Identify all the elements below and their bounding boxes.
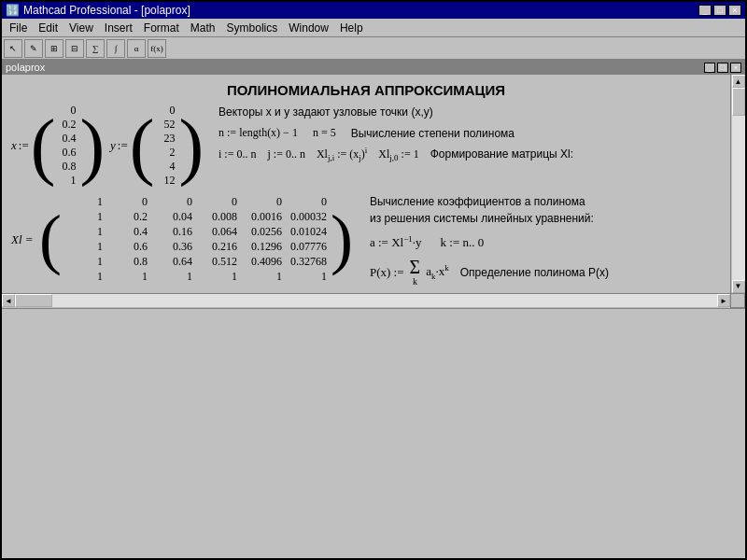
menu-insert[interactable]: Insert [99, 21, 138, 35]
inner-minimize[interactable]: _ [704, 63, 715, 73]
inner-title-bar: polaprox _ □ × [2, 60, 745, 75]
n-formula: n := length(x) − 1 [218, 126, 298, 140]
y-row-2: 23 [158, 132, 175, 146]
page-title: ПОЛИНОМИАЛЬНАЯ АППРОКСИМАЦИЯ [11, 82, 721, 98]
toolbar-btn-6[interactable]: ∫ [106, 39, 125, 58]
xl-row-1: 1 0.2 0.04 0.008 0.0016 0.00032 [65, 210, 327, 224]
menu-symbolics[interactable]: Symbolics [221, 21, 284, 35]
toolbar-btn-4[interactable]: ⊟ [65, 39, 84, 58]
y-label: y [110, 138, 116, 153]
title-bar-controls: _ □ × [698, 5, 741, 16]
menu-format[interactable]: Format [138, 21, 185, 35]
x-row-1: 0.2 [59, 118, 76, 132]
y-row-1: 52 [158, 118, 175, 132]
main-window: 🔢 Mathcad Professional - [polaprox] _ □ … [0, 0, 747, 560]
xl-row-5: 1 1 1 1 1 1 [65, 270, 327, 284]
x-row-5: 1 [59, 174, 76, 188]
menu-math[interactable]: Math [185, 21, 221, 35]
k-formula: k := n.. 0 [441, 235, 485, 250]
minimize-button[interactable]: _ [698, 5, 712, 16]
x-row-4: 0.8 [59, 160, 76, 174]
inner-close[interactable]: × [730, 63, 741, 73]
xl-matrix: ( 1 0 0 0 0 0 [39, 193, 353, 286]
x-assign: := [19, 138, 29, 153]
y-vector: ( 0 52 23 2 4 12 ) [130, 102, 204, 189]
toolbar-btn-2[interactable]: ✎ [24, 39, 43, 58]
x-row-2: 0.4 [59, 132, 76, 146]
toolbar-btn-5[interactable]: ∑ [86, 39, 105, 58]
p-formula: P(x) := [370, 265, 404, 280]
y-row-0: 0 [158, 104, 175, 118]
toolbar-btn-3[interactable]: ⊞ [45, 39, 63, 58]
n-text: Вычисление степени полинома [351, 127, 514, 140]
scroll-left-button[interactable]: ◄ [2, 294, 15, 307]
y-row-5: 12 [158, 174, 175, 188]
menu-file[interactable]: File [4, 21, 33, 35]
app-icon: 🔢 [6, 4, 20, 17]
inner-restore[interactable]: □ [717, 63, 728, 73]
scroll-thumb-v[interactable] [732, 88, 745, 116]
content-area: ПОЛИНОМИАЛЬНАЯ АППРОКСИМАЦИЯ x := ( 0 0.… [2, 75, 730, 293]
scroll-up-button[interactable]: ▲ [732, 75, 745, 88]
a-formula: a := Xl−1·y [370, 234, 422, 250]
restore-button[interactable]: □ [713, 5, 726, 16]
menu-view[interactable]: View [63, 21, 99, 35]
xl-row-2: 1 0.4 0.16 0.064 0.0256 0.01024 [65, 225, 327, 239]
scroll-thumb-h[interactable] [15, 294, 52, 307]
y-assign: := [118, 138, 128, 153]
ak-formula: ak·xk [426, 263, 449, 281]
x-vector: ( 0 0.2 0.4 0.6 0.8 1 ) [31, 102, 105, 189]
status-bar [2, 308, 745, 559]
inner-window-title: polaprox [6, 62, 45, 73]
window-title: Mathcad Professional - [polaprox] [23, 4, 190, 17]
coeff-text-2: из решения системы линейных уравнений: [370, 212, 609, 225]
xl-row-4: 1 0.8 0.64 0.512 0.4096 0.32768 [65, 255, 327, 269]
title-bar: 🔢 Mathcad Professional - [polaprox] _ □ … [2, 2, 745, 19]
menu-window[interactable]: Window [283, 21, 334, 35]
toolbar-btn-1[interactable]: ↖ [4, 39, 22, 58]
xl-label: Xl = [11, 232, 37, 247]
xl-row-3: 1 0.6 0.36 0.216 0.1296 0.07776 [65, 240, 327, 254]
ij-formula: i := 0.. n j := 0.. n Xlj,i := (xj)i Xlj… [218, 146, 419, 162]
menu-help[interactable]: Help [334, 21, 369, 35]
content-scroll-area: ПОЛИНОМИАЛЬНАЯ АППРОКСИМАЦИЯ x := ( 0 0.… [2, 75, 745, 293]
scroll-track-h [15, 294, 717, 307]
scroll-down-button[interactable]: ▼ [732, 280, 745, 293]
vertical-scrollbar[interactable]: ▲ ▼ [730, 75, 745, 293]
xl-row-0: 1 0 0 0 0 0 [65, 195, 327, 209]
x-label: x [11, 138, 17, 153]
xl-text: Формирование матрицы Xl: [430, 147, 573, 161]
n-value: n = 5 [313, 126, 336, 140]
toolbar-btn-8[interactable]: f(x) [148, 39, 166, 58]
menu-edit[interactable]: Edit [33, 21, 63, 35]
bottom-bar: ◄ ► [2, 293, 745, 308]
sum-subscript: k [413, 276, 417, 287]
toolbar: ↖ ✎ ⊞ ⊟ ∑ ∫ α f(x) [2, 37, 745, 60]
y-row-3: 2 [158, 146, 175, 160]
sum-symbol: Σ [410, 258, 421, 276]
title-bar-left: 🔢 Mathcad Professional - [polaprox] [6, 4, 190, 17]
toolbar-btn-7[interactable]: α [127, 39, 146, 58]
vector-description: Векторы x и y задают узловые точки (x,y) [218, 105, 573, 119]
y-row-4: 4 [158, 160, 175, 174]
scroll-right-button[interactable]: ► [717, 294, 730, 307]
p-text: Определение полинома P(x) [460, 266, 609, 279]
close-button[interactable]: × [728, 5, 741, 16]
scroll-track-v [732, 88, 745, 280]
horizontal-scrollbar[interactable]: ◄ ► [2, 293, 730, 308]
x-row-3: 0.6 [59, 146, 76, 160]
coeff-text-1: Вычисление коэффициентов a полинома [370, 195, 609, 208]
menu-bar: File Edit View Insert Format Math Symbol… [2, 19, 745, 37]
scroll-corner [730, 293, 745, 308]
x-row-0: 0 [59, 104, 76, 118]
